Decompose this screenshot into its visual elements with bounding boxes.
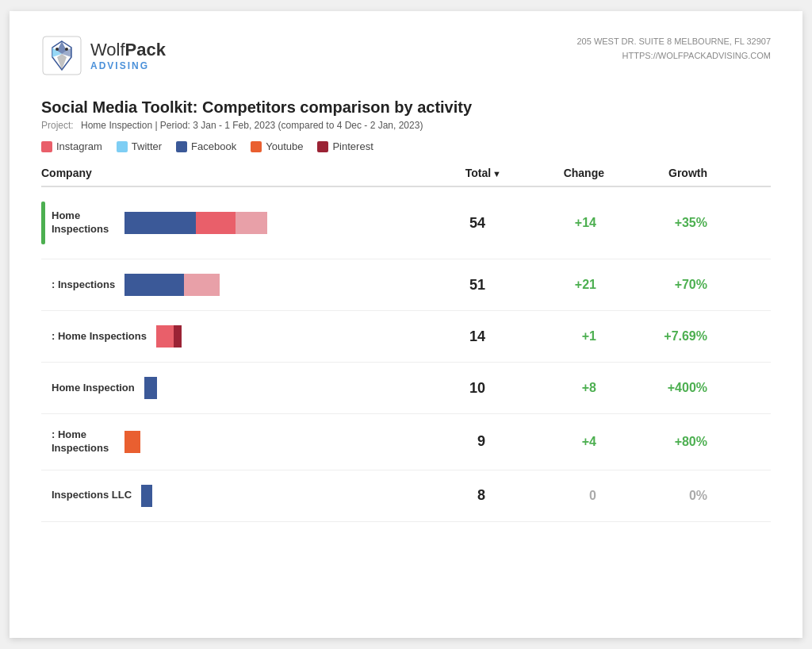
svg-point-7 xyxy=(65,48,68,51)
legend-label: Facebook xyxy=(191,140,236,152)
total-value: 54 xyxy=(406,215,501,232)
legend: InstagramTwitterFacebookYoutubePinterest xyxy=(41,140,771,152)
table-row: Inspections LLC800% xyxy=(41,470,771,522)
legend-label: Pinterest xyxy=(332,140,373,152)
col-change: Change xyxy=(501,167,604,179)
legend-label: Twitter xyxy=(132,140,162,152)
bar-segment xyxy=(156,325,174,348)
title-section: Social Media Toolkit: Competitors compar… xyxy=(41,98,771,131)
company-name: Home Inspections xyxy=(52,209,115,236)
project-label: Project: xyxy=(41,120,74,131)
company-cell: : Inspections xyxy=(41,274,406,296)
total-value: 9 xyxy=(406,433,501,450)
bar-area xyxy=(124,431,140,453)
legend-color-facebook xyxy=(176,141,187,152)
report-title: Social Media Toolkit: Competitors compar… xyxy=(41,98,771,117)
growth-value: +7.69% xyxy=(604,329,707,344)
project-value: Home Inspection | Period: 3 Jan - 1 Feb,… xyxy=(81,120,423,131)
growth-value: 0% xyxy=(604,489,707,503)
green-indicator xyxy=(41,202,45,244)
table-row: : Home Inspections9+4+80% xyxy=(41,414,771,470)
company-name: Home Inspection xyxy=(52,382,135,395)
company-name: Inspections LLC xyxy=(52,489,132,502)
total-value: 8 xyxy=(406,487,501,504)
growth-value: +70% xyxy=(604,278,707,292)
table-header: Company Total▼ Change Growth xyxy=(41,167,771,187)
change-value: +21 xyxy=(501,278,604,292)
change-value: +8 xyxy=(501,381,604,395)
company-cell: Home Inspections xyxy=(41,202,406,244)
bar-segment xyxy=(184,274,220,296)
address-line1: 205 WEST DR. SUITE 8 MELBOURNE, FL 32907 xyxy=(576,35,771,49)
company-name: : Home Inspections xyxy=(52,428,115,455)
col-total[interactable]: Total▼ xyxy=(406,167,501,179)
brand-sub: ADVISING xyxy=(90,60,166,71)
sort-arrow: ▼ xyxy=(492,169,501,179)
legend-color-twitter xyxy=(117,141,128,152)
bar-segment xyxy=(196,212,236,234)
company-name: : Home Inspections xyxy=(52,330,147,344)
bar-area xyxy=(141,485,152,507)
address-line2: HTTPS://WOLFPACKADVISING.COM xyxy=(576,49,771,63)
table-row: Home Inspection10+8+400% xyxy=(41,363,771,414)
legend-item-twitter: Twitter xyxy=(117,140,162,152)
report-page: WolfPack ADVISING 205 WEST DR. SUITE 8 M… xyxy=(10,11,802,638)
wolfpack-logo-icon xyxy=(41,35,82,76)
bar-area xyxy=(156,325,182,348)
brand-name: WolfPack xyxy=(90,40,166,60)
change-value: +4 xyxy=(501,435,604,449)
bar-area xyxy=(124,212,267,234)
total-value: 51 xyxy=(406,277,501,294)
growth-value: +400% xyxy=(604,381,707,395)
legend-label: Instagram xyxy=(56,140,102,152)
legend-item-pinterest: Pinterest xyxy=(317,140,373,152)
legend-item-facebook: Facebook xyxy=(176,140,236,152)
company-cell: : Home Inspections xyxy=(41,428,406,455)
change-value: +14 xyxy=(501,216,604,230)
bar-segment xyxy=(124,431,140,453)
change-value: 0 xyxy=(501,489,604,503)
legend-color-pinterest xyxy=(317,141,328,152)
bar-segment xyxy=(124,274,184,296)
total-value: 10 xyxy=(406,380,501,397)
bar-segment xyxy=(236,212,267,234)
company-cell: Home Inspection xyxy=(41,377,406,399)
company-name: : Inspections xyxy=(52,278,115,292)
svg-marker-5 xyxy=(57,54,67,70)
logo-area: WolfPack ADVISING xyxy=(41,35,166,76)
project-line: Project: Home Inspection | Period: 3 Jan… xyxy=(41,120,771,131)
legend-label: Youtube xyxy=(266,140,303,152)
col-growth: Growth xyxy=(604,167,707,179)
header: WolfPack ADVISING 205 WEST DR. SUITE 8 M… xyxy=(41,35,771,76)
bar-segment xyxy=(141,485,152,507)
legend-color-youtube xyxy=(251,141,262,152)
bar-area xyxy=(144,377,157,399)
col-company: Company xyxy=(41,167,406,179)
table-row: Home Inspections54+14+35% xyxy=(41,187,771,259)
company-cell: Inspections LLC xyxy=(41,485,406,507)
legend-item-youtube: Youtube xyxy=(251,140,303,152)
table-row: : Home Inspections14+1+7.69% xyxy=(41,311,771,363)
logo-text: WolfPack ADVISING xyxy=(90,40,166,72)
legend-color-instagram xyxy=(41,141,52,152)
company-cell: : Home Inspections xyxy=(41,325,406,348)
bar-segment xyxy=(124,212,196,234)
legend-item-instagram: Instagram xyxy=(41,140,102,152)
growth-value: +80% xyxy=(604,435,707,449)
bar-segment xyxy=(174,325,182,348)
bar-area xyxy=(124,274,220,296)
total-value: 14 xyxy=(406,328,501,345)
header-address: 205 WEST DR. SUITE 8 MELBOURNE, FL 32907… xyxy=(576,35,771,63)
bar-segment xyxy=(144,377,157,399)
svg-point-6 xyxy=(56,48,59,51)
growth-value: +35% xyxy=(604,216,707,230)
table-row: : Inspections51+21+70% xyxy=(41,259,771,311)
table-body: Home Inspections54+14+35%: Inspections51… xyxy=(41,187,771,522)
change-value: +1 xyxy=(501,329,604,344)
